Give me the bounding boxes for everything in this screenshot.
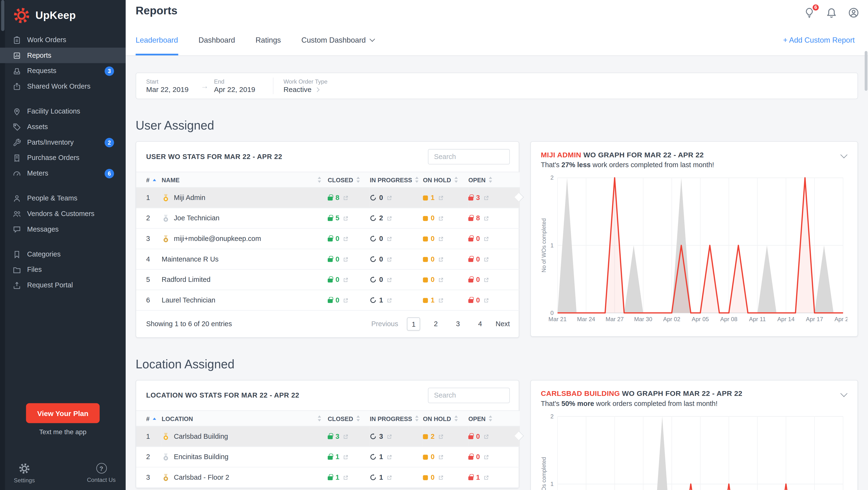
tab-ratings[interactable]: Ratings bbox=[256, 25, 281, 55]
external-link-icon[interactable] bbox=[484, 434, 489, 439]
external-link-icon[interactable] bbox=[438, 277, 443, 282]
column-header-rank[interactable]: # bbox=[136, 411, 162, 426]
pagination-previous[interactable]: Previous bbox=[371, 320, 398, 328]
user-search-input[interactable] bbox=[428, 149, 510, 164]
upkeep-logo[interactable]: UpKeep bbox=[0, 0, 126, 24]
sidebar-item-vendors-customers[interactable]: Vendors & Customers bbox=[0, 206, 126, 221]
sidebar-item-shared-work-orders[interactable]: Shared Work Orders bbox=[0, 79, 126, 94]
tab-leaderboard[interactable]: Leaderboard bbox=[136, 25, 178, 55]
column-header-in-progress[interactable]: IN PROGRESS bbox=[370, 172, 423, 187]
external-link-icon[interactable] bbox=[387, 277, 392, 282]
external-link-icon[interactable] bbox=[484, 216, 489, 221]
external-link-icon[interactable] bbox=[343, 475, 348, 480]
table-row[interactable]: 3 Carlsbad - Floor 2 1 1 0 1 bbox=[136, 467, 520, 488]
notifications-button[interactable] bbox=[826, 7, 837, 18]
sidebar-item-work-orders[interactable]: Work Orders bbox=[0, 32, 126, 48]
table-row[interactable]: 4 Maintenance R Us 0 0 0 0 bbox=[136, 249, 520, 269]
sidebar-item-purchase-orders[interactable]: Purchase Orders bbox=[0, 150, 126, 166]
sidebar-item-parts-inventory[interactable]: Parts/Inventory2 bbox=[0, 134, 126, 150]
sidebar-item-categories[interactable]: Categories bbox=[0, 246, 126, 262]
sidebar-item-request-portal[interactable]: Request Portal bbox=[0, 278, 126, 293]
external-link-icon[interactable] bbox=[438, 434, 443, 439]
sidebar-item-files[interactable]: Files bbox=[0, 262, 126, 278]
external-link-icon[interactable] bbox=[484, 195, 489, 200]
external-link-icon[interactable] bbox=[438, 298, 443, 303]
external-link-icon[interactable] bbox=[484, 257, 489, 262]
column-header-location[interactable]: LOCATION bbox=[162, 411, 328, 426]
table-row[interactable]: 2 Joe Technician 5 2 0 8 bbox=[136, 208, 520, 228]
external-link-icon[interactable] bbox=[343, 216, 348, 221]
settings-button[interactable]: Settings bbox=[9, 463, 40, 484]
external-link-icon[interactable] bbox=[387, 257, 392, 262]
page-scrollbar[interactable] bbox=[864, 0, 868, 490]
sidebar-item-messages[interactable]: Messages bbox=[0, 221, 126, 237]
external-link-icon[interactable] bbox=[484, 454, 489, 459]
table-row[interactable]: 3 miji+mobile@onupkeep.com 0 0 0 0 bbox=[136, 228, 520, 249]
external-link-icon[interactable] bbox=[387, 216, 392, 221]
external-link-icon[interactable] bbox=[438, 195, 443, 200]
end-date-picker[interactable]: End Apr 22, 2019 bbox=[214, 78, 255, 94]
column-header-on-hold[interactable]: ON HOLD bbox=[423, 411, 468, 426]
tips-button[interactable]: 6 bbox=[804, 7, 815, 18]
tab-dashboard[interactable]: Dashboard bbox=[198, 25, 235, 55]
external-link-icon[interactable] bbox=[387, 454, 392, 459]
column-header-open[interactable]: OPEN bbox=[468, 172, 520, 187]
external-link-icon[interactable] bbox=[387, 195, 392, 200]
pagination-page-3[interactable]: 3 bbox=[451, 317, 465, 331]
external-link-icon[interactable] bbox=[343, 257, 348, 262]
external-link-icon[interactable] bbox=[343, 434, 348, 439]
external-link-icon[interactable] bbox=[438, 216, 443, 221]
external-link-icon[interactable] bbox=[484, 236, 489, 241]
add-custom-report-link[interactable]: + Add Custom Report bbox=[783, 25, 855, 55]
column-header-closed[interactable]: CLOSED bbox=[328, 172, 370, 187]
contact-us-button[interactable]: ? Contact Us bbox=[86, 463, 117, 484]
sidebar-item-reports[interactable]: Reports bbox=[0, 48, 126, 63]
external-link-icon[interactable] bbox=[387, 434, 392, 439]
external-link-icon[interactable] bbox=[484, 298, 489, 303]
external-link-icon[interactable] bbox=[343, 195, 348, 200]
external-link-icon[interactable] bbox=[484, 475, 489, 480]
column-header-rank[interactable]: # bbox=[136, 172, 162, 187]
column-header-closed[interactable]: CLOSED bbox=[328, 411, 370, 426]
pagination-page-1[interactable]: 1 bbox=[407, 317, 421, 331]
tab-custom-dashboard[interactable]: Custom Dashboard bbox=[301, 25, 374, 55]
column-header-name[interactable]: NAME bbox=[162, 172, 328, 187]
external-link-icon[interactable] bbox=[438, 236, 443, 241]
text-me-the-app-link[interactable]: Text me the app bbox=[0, 428, 126, 436]
external-link-icon[interactable] bbox=[343, 236, 348, 241]
location-search-input[interactable] bbox=[428, 388, 510, 403]
sidebar-item-requests[interactable]: Requests3 bbox=[0, 63, 126, 79]
start-date-picker[interactable]: Start Mar 22, 2019 bbox=[136, 78, 189, 94]
external-link-icon[interactable] bbox=[343, 454, 348, 459]
sidebar-item-people-teams[interactable]: People & Teams bbox=[0, 191, 126, 206]
external-link-icon[interactable] bbox=[387, 475, 392, 480]
pagination-page-4[interactable]: 4 bbox=[473, 317, 487, 331]
column-header-in-progress[interactable]: IN PROGRESS bbox=[370, 411, 423, 426]
sidebar-item-meters[interactable]: Meters6 bbox=[0, 165, 126, 181]
profile-button[interactable] bbox=[848, 7, 859, 18]
sidebar-item-assets[interactable]: Assets bbox=[0, 119, 126, 134]
pagination-next[interactable]: Next bbox=[496, 320, 509, 328]
external-link-icon[interactable] bbox=[387, 236, 392, 241]
rank-cell: 2 bbox=[136, 447, 162, 467]
page-scrollbar-thumb[interactable] bbox=[865, 51, 868, 91]
sidebar-item-facility-locations[interactable]: Facility Locations bbox=[0, 103, 126, 119]
external-link-icon[interactable] bbox=[484, 277, 489, 282]
table-row[interactable]: 1 Carlsbad Building 3 3 2 0 bbox=[136, 426, 520, 447]
external-link-icon[interactable] bbox=[343, 277, 348, 282]
external-link-icon[interactable] bbox=[438, 475, 443, 480]
column-header-on-hold[interactable]: ON HOLD bbox=[423, 172, 468, 187]
external-link-icon[interactable] bbox=[438, 257, 443, 262]
table-row[interactable]: 6 Laurel Technician 0 1 1 0 bbox=[136, 290, 520, 311]
external-link-icon[interactable] bbox=[343, 298, 348, 303]
column-header-open[interactable]: OPEN bbox=[468, 411, 520, 426]
sidebar-scrollbar-thumb[interactable] bbox=[1, 0, 4, 31]
table-row[interactable]: 2 Encinitas Building 1 1 0 0 bbox=[136, 447, 520, 467]
pagination-page-2[interactable]: 2 bbox=[429, 317, 443, 331]
table-row[interactable]: 1 Miji Admin 8 0 1 3 bbox=[136, 187, 520, 208]
view-your-plan-button[interactable]: View Your Plan bbox=[26, 403, 100, 423]
external-link-icon[interactable] bbox=[387, 298, 392, 303]
external-link-icon[interactable] bbox=[438, 454, 443, 459]
table-row[interactable]: 5 Radford Limited 0 0 0 0 bbox=[136, 269, 520, 290]
work-order-type-picker[interactable]: Work Order Type Reactive bbox=[274, 78, 328, 94]
